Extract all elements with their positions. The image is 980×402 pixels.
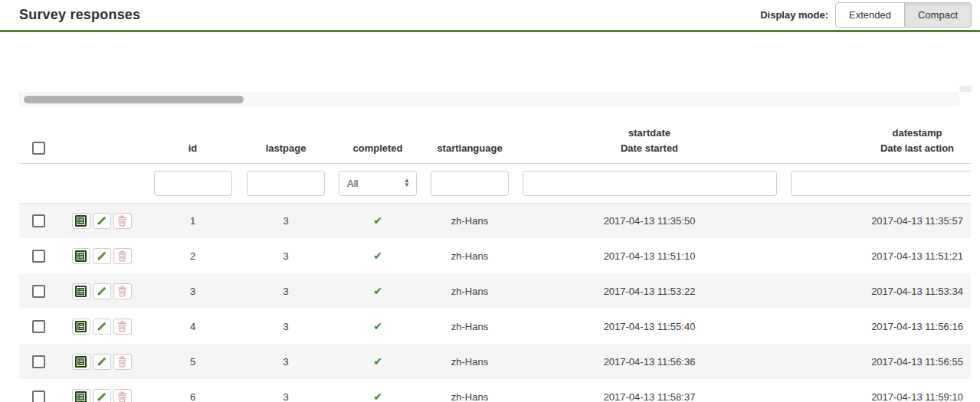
completed-check-icon: ✔ [373, 320, 382, 332]
horizontal-scrollbar-thumb[interactable] [24, 96, 244, 103]
cell-lastpage: 3 [240, 379, 332, 402]
trash-icon [117, 286, 127, 297]
cell-startlanguage: zh-Hans [424, 379, 516, 402]
list-details-icon [75, 321, 87, 332]
display-mode-label: Display mode: [760, 9, 828, 21]
column-header-startdate[interactable]: startdate Date started [516, 119, 783, 163]
list-details-icon [75, 250, 87, 262]
trash-icon [117, 321, 127, 332]
table-row: 5 3 ✔ zh-Hans 2017-04-13 11:56:36 2017-0… [19, 344, 971, 379]
display-mode-compact-button[interactable]: Compact [904, 2, 972, 28]
cell-datestamp: 2017-04-13 11:56:55 [783, 344, 971, 379]
edit-response-button[interactable] [93, 213, 111, 229]
responses-tbody: 1 3 ✔ zh-Hans 2017-04-13 11:35:50 2017-0… [19, 203, 971, 402]
cell-datestamp: 2017-04-13 11:56:16 [783, 309, 971, 344]
filter-startdate-input[interactable] [523, 171, 777, 196]
cell-id: 3 [146, 273, 240, 309]
table-row: 3 3 ✔ zh-Hans 2017-04-13 11:53:22 2017-0… [19, 273, 971, 309]
view-response-details-button[interactable] [72, 283, 90, 299]
pencil-icon [97, 286, 107, 296]
cell-id: 4 [146, 309, 240, 344]
cell-id: 5 [146, 344, 240, 379]
delete-response-button[interactable] [113, 283, 132, 299]
display-mode-extended-button[interactable]: Extended [835, 2, 905, 28]
column-header-startlanguage[interactable]: startlanguage [424, 119, 516, 163]
pencil-icon [97, 321, 107, 332]
responses-table: id lastpage completed startlanguage star… [19, 119, 971, 402]
completed-check-icon: ✔ [373, 391, 382, 402]
page-header: Survey responses Display mode: Extended … [0, 0, 980, 32]
list-details-icon [75, 215, 87, 227]
delete-response-button[interactable] [113, 389, 132, 402]
row-checkbox[interactable] [32, 285, 45, 298]
display-mode-switch: Display mode: Extended Compact [760, 2, 972, 28]
view-response-details-button[interactable] [72, 319, 90, 335]
cell-id: 2 [146, 238, 240, 273]
column-header-completed[interactable]: completed [332, 119, 424, 163]
edit-response-button[interactable] [93, 389, 111, 402]
cell-startlanguage: zh-Hans [424, 203, 516, 238]
table-row: 6 3 ✔ zh-Hans 2017-04-13 11:58:37 2017-0… [19, 379, 971, 402]
cell-lastpage: 3 [240, 273, 332, 309]
edit-response-button[interactable] [93, 283, 111, 299]
row-checkbox[interactable] [32, 355, 45, 368]
edit-response-button[interactable] [93, 248, 111, 264]
cell-startdate: 2017-04-13 11:56:36 [516, 344, 783, 379]
view-response-details-button[interactable] [72, 389, 90, 402]
table-row: 4 3 ✔ zh-Hans 2017-04-13 11:55:40 2017-0… [19, 309, 971, 344]
edit-response-button[interactable] [93, 319, 111, 335]
trash-icon [117, 391, 127, 402]
filter-startlanguage-input[interactable] [431, 171, 509, 196]
trash-icon [117, 215, 127, 227]
cell-id: 1 [146, 203, 240, 238]
cell-startlanguage: zh-Hans [424, 309, 516, 344]
row-checkbox[interactable] [32, 250, 45, 263]
select-all-checkbox[interactable] [32, 142, 45, 155]
completed-check-icon: ✔ [373, 355, 382, 368]
list-details-icon [75, 286, 87, 297]
view-response-details-button[interactable] [72, 354, 90, 370]
cell-startdate: 2017-04-13 11:53:22 [516, 273, 783, 309]
column-header-datestamp[interactable]: datestamp Date last action [783, 119, 971, 163]
scrollbar-corner [959, 86, 972, 92]
view-response-details-button[interactable] [72, 213, 90, 229]
row-checkbox[interactable] [32, 214, 45, 227]
completed-check-icon: ✔ [373, 250, 382, 262]
column-header-lastpage[interactable]: lastpage [240, 119, 332, 163]
filter-id-input[interactable] [154, 171, 232, 196]
filter-datestamp-input[interactable] [791, 171, 971, 196]
delete-response-button[interactable] [113, 248, 132, 264]
cell-startlanguage: zh-Hans [424, 344, 516, 379]
list-details-icon [75, 356, 87, 368]
cell-datestamp: 2017-04-13 11:35:57 [783, 203, 971, 238]
row-checkbox[interactable] [32, 320, 45, 333]
page-title: Survey responses [19, 7, 140, 23]
view-response-details-button[interactable] [72, 248, 90, 264]
delete-response-button[interactable] [113, 354, 132, 370]
pencil-icon [97, 391, 107, 402]
filter-completed-select[interactable]: All ▲▼ [339, 171, 417, 196]
cell-lastpage: 3 [240, 344, 332, 379]
cell-startlanguage: zh-Hans [424, 238, 516, 273]
list-details-icon [75, 391, 87, 402]
edit-response-button[interactable] [93, 354, 111, 370]
responses-grid: id lastpage completed startlanguage star… [19, 119, 971, 402]
pencil-icon [97, 215, 107, 226]
cell-startdate: 2017-04-13 11:58:37 [516, 379, 783, 402]
cell-startdate: 2017-04-13 11:51:10 [516, 238, 783, 273]
trash-icon [117, 356, 127, 368]
horizontal-scrollbar-track[interactable] [19, 93, 959, 106]
table-row: 2 3 ✔ zh-Hans 2017-04-13 11:51:10 2017-0… [19, 238, 971, 273]
delete-response-button[interactable] [113, 319, 132, 335]
completed-check-icon: ✔ [373, 214, 382, 227]
column-header-actions [57, 119, 146, 163]
filter-lastpage-input[interactable] [247, 171, 325, 196]
column-header-id[interactable]: id [146, 119, 240, 163]
filter-row: All ▲▼ [19, 163, 971, 203]
completed-check-icon: ✔ [373, 285, 382, 297]
cell-lastpage: 3 [240, 203, 332, 238]
cell-lastpage: 3 [240, 309, 332, 344]
row-checkbox[interactable] [32, 391, 45, 402]
delete-response-button[interactable] [113, 213, 132, 229]
cell-lastpage: 3 [240, 238, 332, 273]
